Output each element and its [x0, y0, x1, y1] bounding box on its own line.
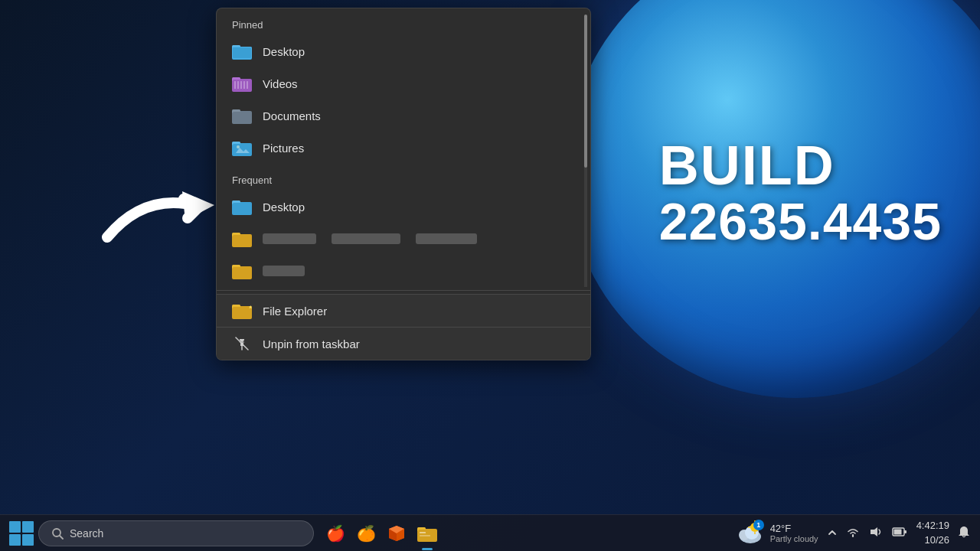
menu-item-file-explorer[interactable]: File Explorer [217, 294, 590, 327]
tray-icons [826, 524, 909, 543]
svg-rect-62 [904, 530, 906, 533]
menu-item-desktop-pinned-label: Desktop [263, 45, 305, 58]
build-number: 22635.4435 [659, 193, 942, 250]
svg-rect-34 [240, 339, 244, 341]
svg-rect-9 [237, 81, 239, 89]
svg-point-59 [851, 534, 853, 536]
menu-item-desktop-frequent-label: Desktop [263, 201, 305, 214]
menu-item-desktop-frequent[interactable]: Desktop [217, 191, 590, 223]
blurred-text-3 [416, 233, 477, 244]
svg-marker-60 [871, 527, 877, 536]
svg-rect-12 [247, 81, 248, 89]
pinned-header: Pinned [217, 8, 590, 35]
svg-rect-15 [233, 112, 251, 122]
svg-marker-0 [182, 191, 214, 220]
blurred-text-2 [332, 233, 400, 244]
svg-rect-29 [233, 267, 251, 278]
search-input[interactable]: Search [70, 527, 103, 540]
win-logo-q1 [9, 521, 21, 533]
build-label: BUILD [659, 138, 942, 193]
scrollbar[interactable] [584, 15, 587, 287]
taskbar: Search 🍎 🍊 [0, 514, 980, 551]
folder-file-explorer-icon [232, 302, 252, 319]
search-icon [51, 527, 64, 540]
taskbar-apps: 🍎 🍊 [322, 520, 441, 547]
battery-icon [892, 527, 907, 537]
bell-icon [957, 525, 971, 539]
folder-gray-icon [232, 107, 252, 124]
blurred-text-1 [263, 233, 316, 244]
menu-item-frequent-2[interactable] [217, 223, 590, 255]
weather-temp: 42°F [770, 523, 818, 534]
svg-rect-26 [233, 235, 251, 246]
ms365-icon [387, 524, 406, 543]
win-logo-q4 [22, 534, 34, 546]
menu-item-unpin-label: Unpin from taskbar [263, 337, 360, 350]
menu-item-documents[interactable]: Documents [217, 99, 590, 132]
folder-purple-icon [232, 75, 252, 92]
file-explorer-taskbar-icon [417, 525, 437, 542]
svg-rect-8 [234, 81, 236, 89]
clock-date: 10/26 [916, 533, 949, 547]
menu-item-videos-label: Videos [263, 77, 298, 90]
menu-item-unpin[interactable]: Unpin from taskbar [217, 327, 590, 360]
wifi-button[interactable] [844, 524, 861, 543]
start-button[interactable] [9, 521, 34, 546]
menu-item-file-explorer-label: File Explorer [263, 305, 327, 318]
svg-rect-11 [243, 81, 245, 89]
folder-yellow2-icon [232, 262, 252, 279]
svg-rect-10 [240, 81, 242, 89]
svg-rect-32 [233, 307, 251, 318]
folder-blue-icon [232, 43, 252, 60]
menu-item-videos[interactable]: Videos [217, 67, 590, 99]
taskbar-app-emoji2[interactable]: 🍊 [352, 520, 380, 547]
system-tray: 1 42°F Partly cloudy [733, 519, 971, 546]
folder-blue2-icon [232, 198, 252, 215]
folder-yellow-icon [232, 230, 252, 247]
show-hidden-tray-button[interactable] [826, 525, 838, 542]
weather-badge: 1 [753, 520, 764, 530]
menu-separator [217, 290, 590, 291]
clock[interactable]: 4:42:19 10/26 [916, 519, 949, 546]
notification-button[interactable] [957, 525, 971, 542]
svg-point-20 [237, 145, 240, 148]
scrollbar-thumb[interactable] [584, 15, 587, 168]
folder-pictures-icon [232, 139, 252, 156]
unpin-icon [232, 335, 252, 352]
svg-line-40 [60, 536, 63, 539]
blurred-text-4 [263, 266, 305, 276]
menu-scroll-area: Pinned Desktop Videos [217, 8, 590, 287]
weather-info: 42°F Partly cloudy [770, 523, 818, 543]
menu-item-documents-label: Documents [263, 109, 321, 122]
build-badge: BUILD 22635.4435 [659, 138, 942, 250]
arrow-graphic [100, 184, 222, 245]
svg-rect-50 [420, 535, 430, 536]
search-bar[interactable]: Search [38, 520, 314, 546]
menu-item-pictures-label: Pictures [263, 142, 304, 155]
wifi-icon [846, 526, 860, 538]
taskbar-app-file-explorer[interactable] [413, 520, 441, 547]
menu-item-pictures[interactable]: Pictures [217, 132, 590, 164]
win-logo-q2 [22, 521, 34, 533]
volume-button[interactable] [867, 524, 884, 543]
weather-icon-area: 1 [733, 520, 764, 547]
svg-rect-4 [233, 47, 251, 58]
svg-rect-49 [420, 532, 426, 533]
taskbar-app-emoji1[interactable]: 🍎 [322, 520, 349, 547]
taskbar-app-ms365[interactable] [383, 520, 410, 547]
svg-rect-23 [233, 203, 251, 214]
win-logo-q3 [9, 534, 21, 546]
clock-time: 4:42:19 [916, 519, 949, 533]
chevron-up-icon [828, 528, 837, 537]
svg-rect-63 [893, 529, 901, 534]
menu-item-frequent-3[interactable] [217, 255, 590, 287]
battery-button[interactable] [890, 525, 909, 542]
weather-condition: Partly cloudy [770, 534, 818, 543]
weather-widget[interactable]: 1 42°F Partly cloudy [733, 520, 818, 547]
frequent-header: Frequent [217, 164, 590, 191]
context-menu: Pinned Desktop Videos [216, 8, 591, 360]
volume-icon [869, 526, 883, 538]
menu-item-desktop-pinned[interactable]: Desktop [217, 35, 590, 67]
